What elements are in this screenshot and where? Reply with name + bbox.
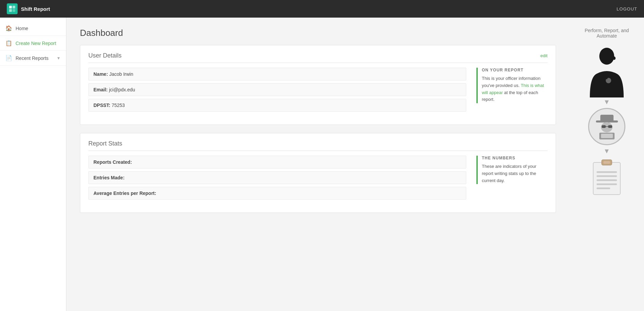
stats-aside: THE NUMBERS These are indicators of your…: [473, 156, 548, 202]
right-panel-tagline: Perform, Report, and Automate: [576, 28, 637, 39]
chevron-down-icon: ▼: [57, 56, 61, 61]
svg-rect-0: [9, 6, 12, 8]
on-your-report-text: This is your officer information you've …: [482, 75, 548, 103]
create-report-icon: 📋: [5, 40, 12, 46]
clipboard-icon: [592, 158, 622, 196]
sidebar-item-recent-reports[interactable]: 📄 Recent Reports ▼: [0, 51, 66, 66]
dpsst-value: 75253: [112, 103, 125, 108]
svg-point-4: [599, 48, 614, 65]
edit-link[interactable]: edit: [540, 53, 548, 58]
the-numbers-title: THE NUMBERS: [482, 156, 548, 160]
report-stats-title: Report Stats: [88, 140, 548, 151]
dpsst-row: DPSST: 75253: [88, 99, 466, 112]
sidebar: 🏠 Home 📋 Create New Report 📄 Recent Repo…: [0, 18, 66, 311]
svg-rect-14: [601, 134, 613, 138]
arrow-down-icon-1: ▼: [603, 98, 610, 106]
brand-icon: [7, 3, 18, 14]
svg-rect-21: [597, 183, 617, 185]
email-row: Email: jci@pdx.edu: [88, 83, 466, 96]
sidebar-item-home[interactable]: 🏠 Home: [0, 21, 66, 36]
the-numbers-text: These are indicators of your report writ…: [482, 163, 548, 184]
name-value: Jacob Irwin: [109, 71, 133, 77]
reports-created-row: Reports Created:: [88, 156, 466, 169]
name-row: Name: Jacob Irwin: [88, 68, 466, 81]
the-numbers-box: THE NUMBERS These are indicators of your…: [476, 156, 548, 184]
user-details-card: User Details edit Name: Jacob Irwin Emai…: [80, 45, 556, 125]
svg-rect-8: [600, 115, 614, 121]
svg-rect-20: [597, 179, 617, 181]
svg-rect-19: [597, 175, 617, 177]
stats-fields: Reports Created: Entries Made: Average E…: [88, 156, 466, 202]
main-content: Dashboard User Details edit Name: Jacob …: [66, 18, 570, 311]
report-stats-card: Report Stats Reports Created: Entries Ma…: [80, 133, 556, 213]
svg-rect-15: [593, 162, 620, 195]
svg-rect-3: [13, 9, 15, 12]
avg-entries-row: Average Entries per Report:: [88, 187, 466, 200]
brand: Shift Report: [7, 3, 50, 14]
svg-rect-22: [597, 187, 610, 189]
reports-created-label: Reports Created:: [93, 159, 132, 165]
top-nav: Shift Report LOGOUT: [0, 0, 644, 18]
name-label: Name:: [93, 71, 109, 77]
officer-silhouette-icon: [586, 47, 627, 97]
svg-rect-18: [597, 171, 617, 173]
user-details-section: Name: Jacob Irwin Email: jci@pdx.edu DPS…: [88, 68, 548, 114]
svg-rect-2: [9, 9, 12, 12]
brand-name: Shift Report: [21, 6, 50, 12]
arrow-down-icon-2: ▼: [603, 147, 610, 155]
entries-made-label: Entries Made:: [93, 175, 125, 180]
sidebar-item-home-label: Home: [16, 26, 28, 31]
recent-reports-left: 📄 Recent Reports: [5, 55, 48, 61]
sidebar-item-recent-reports-label: Recent Reports: [16, 55, 48, 61]
on-your-report-box: ON YOUR REPORT This is your officer info…: [476, 68, 548, 103]
svg-rect-17: [603, 161, 610, 164]
email-label: Email:: [93, 87, 109, 92]
dpsst-label: DPSST:: [93, 103, 112, 108]
illustration: ▼: [586, 47, 627, 196]
logout-button[interactable]: LOGOUT: [617, 6, 637, 12]
svg-point-5: [613, 57, 616, 60]
user-details-title: User Details edit: [88, 52, 548, 63]
home-icon: 🏠: [5, 25, 12, 31]
layout: 🏠 Home 📋 Create New Report 📄 Recent Repo…: [0, 18, 644, 311]
svg-rect-10: [602, 125, 606, 128]
svg-rect-1: [13, 6, 15, 8]
user-aside: ON YOUR REPORT This is your officer info…: [473, 68, 548, 114]
page-title: Dashboard: [80, 28, 556, 38]
recent-reports-icon: 📄: [5, 55, 12, 61]
entries-made-row: Entries Made:: [88, 171, 466, 184]
user-fields: Name: Jacob Irwin Email: jci@pdx.edu DPS…: [88, 68, 466, 114]
on-your-report-title: ON YOUR REPORT: [482, 68, 548, 72]
highlight-text: This is what will appear: [482, 83, 544, 95]
right-panel: Perform, Report, and Automate ▼: [570, 18, 644, 311]
email-value: jci@pdx.edu: [109, 87, 135, 92]
avg-entries-label: Average Entries per Report:: [93, 191, 156, 196]
detective-circle-icon: [588, 108, 625, 145]
sidebar-item-create-report-label: Create New Report: [16, 41, 56, 46]
svg-rect-11: [608, 125, 612, 128]
report-stats-section: Reports Created: Entries Made: Average E…: [88, 156, 548, 202]
sidebar-item-create-report[interactable]: 📋 Create New Report: [0, 36, 66, 51]
